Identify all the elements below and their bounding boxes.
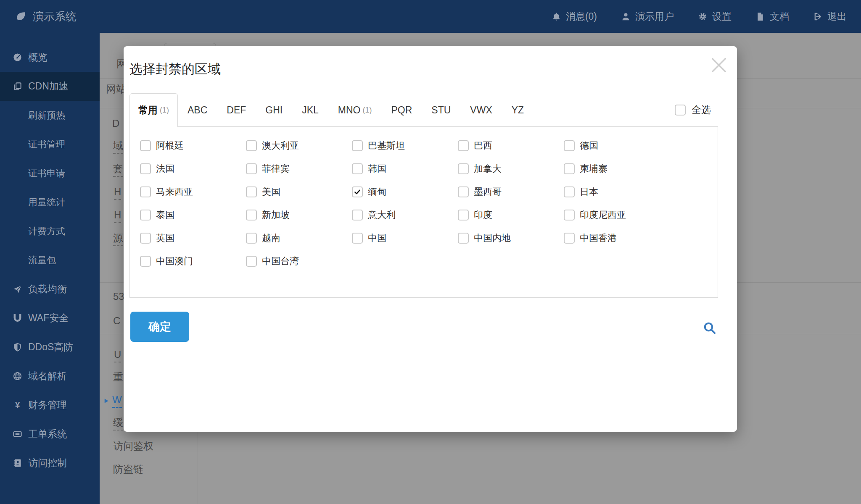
- region-grid: 阿根廷 澳大利亚 巴基斯坦: [130, 127, 718, 267]
- region-checkbox[interactable]: 英国: [140, 232, 246, 244]
- region-checkbox[interactable]: 德国: [564, 140, 670, 151]
- document-icon: [755, 12, 765, 21]
- sidebar-item[interactable]: 流量包: [0, 246, 100, 275]
- region-checkbox[interactable]: 马来西亚: [140, 186, 246, 197]
- confirm-button[interactable]: 确定: [130, 312, 189, 342]
- tab-count: (1): [363, 106, 372, 115]
- region-checkbox[interactable]: 澳大利亚: [246, 140, 352, 151]
- tab-label: VWX: [470, 105, 492, 116]
- region-checkbox[interactable]: 印度尼西亚: [564, 209, 670, 220]
- region-label: 马来西亚: [156, 186, 193, 198]
- sidebar-item-label: 计费方式: [28, 225, 65, 238]
- checkbox: [564, 140, 575, 151]
- sidebar-item[interactable]: WAF安全: [0, 304, 100, 333]
- sidebar-item-label: DDoS高防: [28, 341, 73, 354]
- region-checkbox[interactable]: 缅甸: [352, 186, 458, 197]
- navbar-item[interactable]: 演示用户: [621, 10, 674, 23]
- region-checkbox[interactable]: 中国香港: [564, 232, 670, 244]
- region-checkbox[interactable]: 中国: [352, 232, 458, 244]
- sidebar-item[interactable]: 用量统计: [0, 188, 100, 217]
- checkbox: [675, 105, 686, 116]
- tab-label: GHI: [265, 105, 283, 116]
- search-icon[interactable]: [702, 320, 717, 336]
- region-checkbox[interactable]: 泰国: [140, 209, 246, 220]
- tab[interactable]: VWX: [460, 93, 502, 127]
- sidebar-item-label: 证书管理: [28, 138, 65, 151]
- sidebar-item[interactable]: 访问控制: [0, 449, 100, 478]
- tab[interactable]: ABC: [178, 93, 217, 127]
- region-label: 泰国: [156, 209, 174, 221]
- region-checkbox[interactable]: 日本: [564, 186, 670, 197]
- checkbox: [352, 140, 363, 151]
- globe-icon: [13, 371, 22, 381]
- background-text: H: [114, 209, 121, 223]
- region-checkbox[interactable]: 阿根廷: [140, 140, 246, 151]
- sidebar-item[interactable]: 证书申请: [0, 159, 100, 188]
- region-checkbox[interactable]: 法国: [140, 163, 246, 174]
- checkbox: [246, 256, 257, 267]
- region-label: 日本: [580, 186, 598, 198]
- sidebar-item[interactable]: 计费方式: [0, 217, 100, 246]
- close-icon[interactable]: [709, 55, 729, 75]
- tab[interactable]: DEF: [217, 93, 256, 127]
- sidebar-item-label: 流量包: [28, 254, 56, 267]
- sidebar-item[interactable]: 证书管理: [0, 130, 100, 159]
- gear-icon: [698, 12, 708, 21]
- tab-label: PQR: [391, 105, 412, 116]
- tab[interactable]: JKL: [292, 93, 328, 127]
- magnet-icon: [13, 313, 22, 323]
- checkbox: [140, 256, 151, 267]
- region-panel: 阿根廷 澳大利亚 巴基斯坦: [129, 126, 718, 298]
- tab[interactable]: YZ: [502, 93, 534, 127]
- sidebar-item[interactable]: 刷新预热: [0, 101, 100, 130]
- region-checkbox[interactable]: 柬埔寨: [564, 163, 670, 174]
- region-checkbox[interactable]: 韩国: [352, 163, 458, 174]
- region-checkbox[interactable]: 美国: [246, 186, 352, 197]
- yen-icon: ¥: [13, 400, 22, 410]
- sidebar-item[interactable]: 负载均衡: [0, 275, 100, 304]
- sidebar-item[interactable]: CDN加速: [0, 72, 100, 101]
- sidebar-item[interactable]: 工单系统: [0, 420, 100, 449]
- tab[interactable]: PQR: [382, 93, 422, 127]
- checkbox: [140, 186, 151, 197]
- sidebar-item[interactable]: 域名解析: [0, 362, 100, 391]
- navbar-item[interactable]: 消息(0): [552, 10, 597, 23]
- navbar-item[interactable]: 设置: [698, 10, 732, 23]
- region-checkbox[interactable]: 加拿大: [458, 163, 564, 174]
- region-checkbox[interactable]: 中国台湾: [246, 255, 352, 267]
- region-label: 中国澳门: [156, 255, 193, 268]
- gauge-icon: [13, 52, 22, 62]
- checkbox: [140, 163, 151, 174]
- region-checkbox[interactable]: 墨西哥: [458, 186, 564, 197]
- background-text: 源: [113, 232, 123, 246]
- select-all-checkbox[interactable]: 全选: [675, 103, 711, 116]
- region-checkbox[interactable]: 菲律宾: [246, 163, 352, 174]
- navbar-item[interactable]: 退出: [813, 10, 847, 23]
- navbar-item-label: 演示用户: [635, 10, 674, 23]
- select-all-label: 全选: [692, 103, 711, 116]
- region-checkbox[interactable]: 中国内地: [458, 232, 564, 244]
- tab[interactable]: 常用 (1): [129, 93, 178, 127]
- sidebar-item[interactable]: 概览: [0, 43, 100, 72]
- region-checkbox[interactable]: 越南: [246, 232, 352, 244]
- sidebar-item[interactable]: ¥ 财务管理: [0, 391, 100, 420]
- sidebar-item-label: WAF安全: [28, 312, 69, 325]
- region-checkbox[interactable]: 中国澳门: [140, 255, 246, 267]
- sidebar-item[interactable]: DDoS高防: [0, 333, 100, 362]
- region-checkbox[interactable]: 印度: [458, 209, 564, 220]
- region-checkbox[interactable]: 巴西: [458, 140, 564, 151]
- tab[interactable]: MNO (1): [328, 93, 382, 127]
- checkbox: [246, 210, 257, 220]
- tab-label: 常用: [138, 104, 158, 117]
- tab[interactable]: GHI: [256, 93, 292, 127]
- brand[interactable]: 演示系统: [15, 9, 77, 24]
- region-label: 德国: [580, 139, 598, 152]
- tab[interactable]: STU: [422, 93, 460, 127]
- background-text: C: [113, 315, 120, 329]
- checkbox: [564, 186, 575, 197]
- region-checkbox[interactable]: 意大利: [352, 209, 458, 220]
- region-checkbox[interactable]: 巴基斯坦: [352, 140, 458, 151]
- checkbox: [564, 233, 575, 244]
- region-checkbox[interactable]: 新加坡: [246, 209, 352, 220]
- navbar-item[interactable]: 文档: [755, 10, 789, 23]
